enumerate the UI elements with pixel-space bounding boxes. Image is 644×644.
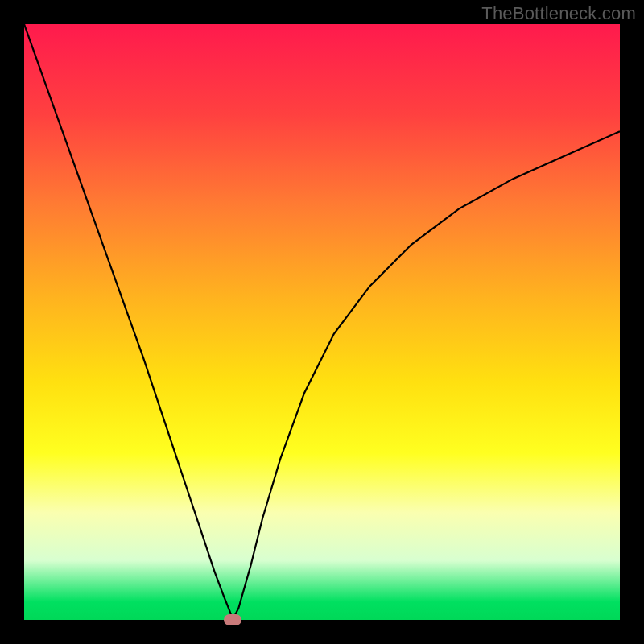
curve-svg [24,24,620,620]
bottleneck-curve-left [24,24,233,620]
bottleneck-curve-right [233,131,620,620]
optimal-point-marker [224,614,242,625]
watermark-text: TheBottleneck.com [481,3,636,24]
